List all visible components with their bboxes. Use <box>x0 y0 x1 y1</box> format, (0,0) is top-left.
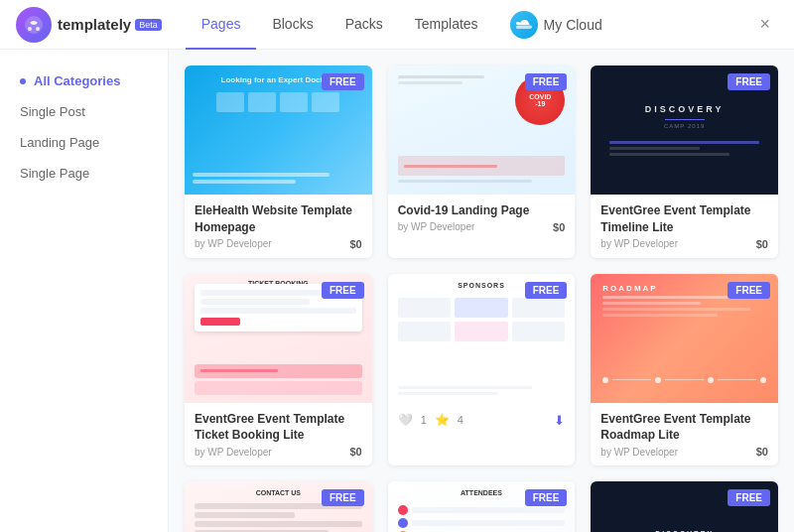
card-title: Covid-19 Landing Page <box>398 202 566 219</box>
nav-tabs: Pages Blocks Packs Templates My Cloud <box>186 0 752 50</box>
cloud-icon <box>510 11 538 39</box>
card-price: $0 <box>553 221 565 233</box>
card-meta: by WP Developer $0 <box>600 238 768 250</box>
card-body: Covid-19 Landing Page by WP Developer $0 <box>388 195 576 241</box>
table-row[interactable]: CONTACT US FREE <box>185 481 372 532</box>
template-grid: Looking for an Expert Doctor? <box>185 66 778 532</box>
card-title: EleHealth Website Template Homepage <box>195 202 362 236</box>
logo-text: templately <box>58 16 131 33</box>
star-count: 4 <box>458 414 463 426</box>
sidebar-item-single-page[interactable]: Single Page <box>0 158 168 189</box>
card-thumbnail: DISCOVERY CAMP 2019 00:00:00 FREE <box>591 481 778 532</box>
table-row[interactable]: DISCOVERY CAMP 2019 00:00:00 FREE <box>591 481 778 532</box>
card-title: EventGree Event Template Roadmap Lite <box>600 411 768 445</box>
sidebar-item-single-post[interactable]: Single Post <box>0 96 168 127</box>
card-meta: by WP Developer $0 <box>195 446 362 458</box>
card-thumbnail: ROADMAP <box>591 274 778 403</box>
free-badge: FREE <box>322 489 364 506</box>
heart-count: 1 <box>421 414 427 426</box>
card-meta: by WP Developer $0 <box>600 446 768 458</box>
card-author: by WP Developer <box>195 447 272 458</box>
card-body: EventGree Event Template Roadmap Lite by… <box>591 403 778 466</box>
table-row[interactable]: TICKET BOOKING <box>185 274 372 466</box>
card-price: $0 <box>756 238 768 250</box>
header: templately Beta Pages Blocks Packs Templ… <box>0 0 794 50</box>
card-body: 🤍 1 ⭐ 4 ⬇ <box>388 403 576 436</box>
tab-pages[interactable]: Pages <box>186 0 257 50</box>
tab-my-cloud[interactable]: My Cloud <box>494 0 618 50</box>
free-badge: FREE <box>728 73 770 90</box>
card-thumbnail: DISCOVERY CAMP 2019 FREE <box>591 66 778 195</box>
card-actions: 🤍 1 ⭐ 4 ⬇ <box>398 413 566 428</box>
card-meta: by WP Developer $0 <box>195 238 362 250</box>
card-thumbnail: SPONSORS <box>388 274 576 403</box>
free-badge: FREE <box>322 282 364 299</box>
table-row[interactable]: DISCOVERY CAMP 2019 FREE EventGree Event… <box>591 66 778 258</box>
heart-icon[interactable]: 🤍 <box>398 413 413 427</box>
card-thumbnail: TICKET BOOKING <box>185 274 372 403</box>
logo-icon <box>16 7 52 43</box>
sidebar: All Categories Single Post Landing Page … <box>0 50 169 532</box>
card-author: by WP Developer <box>398 221 475 232</box>
table-row[interactable]: ATTENDEES <box>388 481 576 532</box>
card-thumbnail: CONTACT US FREE <box>185 481 372 532</box>
table-row[interactable]: Looking for an Expert Doctor? <box>185 66 372 258</box>
logo-area: templately Beta <box>16 7 162 43</box>
free-badge: FREE <box>525 282 568 299</box>
table-row[interactable]: COVID-19 FREE <box>388 66 576 258</box>
table-row[interactable]: ROADMAP <box>591 274 778 466</box>
main-area: All Categories Single Post Landing Page … <box>0 50 794 532</box>
free-badge: FREE <box>728 489 770 506</box>
free-badge: FREE <box>525 489 568 506</box>
sidebar-item-all-categories[interactable]: All Categories <box>0 66 168 96</box>
tab-templates[interactable]: Templates <box>399 0 494 50</box>
table-row[interactable]: SPONSORS <box>388 274 576 466</box>
active-dot <box>20 78 26 84</box>
card-price: $0 <box>349 446 361 458</box>
card-body: EventGree Event Template Timeline Lite b… <box>591 195 778 258</box>
tab-packs[interactable]: Packs <box>330 0 399 50</box>
close-button[interactable]: × <box>751 10 778 39</box>
download-icon[interactable]: ⬇ <box>554 413 565 428</box>
svg-point-1 <box>28 27 32 31</box>
card-author: by WP Developer <box>600 447 678 458</box>
card-author: by WP Developer <box>195 238 272 249</box>
sidebar-item-landing-page[interactable]: Landing Page <box>0 127 168 158</box>
beta-badge: Beta <box>135 19 162 31</box>
card-meta: by WP Developer $0 <box>398 221 566 233</box>
card-author: by WP Developer <box>600 238 678 249</box>
free-badge: FREE <box>525 73 568 90</box>
svg-point-2 <box>36 27 40 31</box>
content-area: Looking for an Expert Doctor? <box>169 50 794 532</box>
card-price: $0 <box>349 238 361 250</box>
card-thumbnail: Looking for an Expert Doctor? <box>185 66 372 195</box>
card-body: EventGree Event Template Ticket Booking … <box>185 403 372 466</box>
free-badge: FREE <box>728 282 770 299</box>
card-title: EventGree Event Template Timeline Lite <box>600 202 768 236</box>
star-icon[interactable]: ⭐ <box>435 413 450 427</box>
card-thumbnail: ATTENDEES <box>388 481 576 532</box>
card-thumbnail: COVID-19 FREE <box>388 66 576 195</box>
card-price: $0 <box>756 446 768 458</box>
tab-blocks[interactable]: Blocks <box>256 0 329 50</box>
free-badge: FREE <box>322 73 364 90</box>
card-body: EleHealth Website Template Homepage by W… <box>185 195 372 258</box>
card-title: EventGree Event Template Ticket Booking … <box>195 411 362 445</box>
my-cloud-label: My Cloud <box>544 17 602 33</box>
